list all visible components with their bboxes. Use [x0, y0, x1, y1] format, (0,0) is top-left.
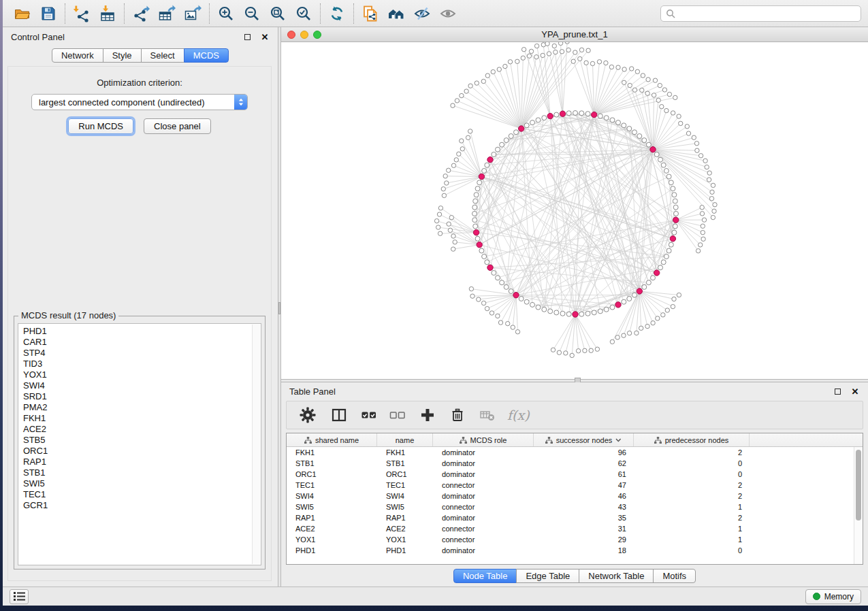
window-minimize-button[interactable] [300, 31, 308, 39]
mcds-result-item[interactable]: SWI4 [23, 380, 261, 391]
network-graph[interactable] [281, 42, 868, 378]
mcds-result-item[interactable]: TID3 [23, 359, 261, 369]
search-input[interactable] [679, 8, 856, 19]
dropdown-stepper-icon [234, 95, 247, 110]
table-cell: connector [433, 501, 534, 512]
table-cell: 18 [534, 545, 634, 556]
run-mcds-button[interactable]: Run MCDS [68, 118, 133, 134]
mcds-result-item[interactable]: TEC1 [23, 489, 261, 500]
mcds-result-item[interactable]: PMA2 [23, 402, 261, 413]
float-panel-button[interactable] [242, 32, 252, 42]
mcds-result-item[interactable]: STB5 [23, 435, 261, 446]
table-cell: ACE2 [377, 523, 433, 534]
table-cell: SWI4 [287, 491, 377, 501]
table-cell: 29 [534, 534, 634, 545]
mcds-result-list: PHD1CAR1STP4TID3YOX1SWI4SRD1PMA2FKH1ACE2… [18, 323, 261, 565]
close-table-panel-button[interactable]: ✕ [850, 386, 860, 396]
unselect-all-columns-button[interactable] [385, 403, 411, 427]
task-history-button[interactable] [10, 589, 29, 604]
column-header-predecessor-nodes[interactable]: predecessor nodes [634, 433, 750, 446]
zoom-out-button[interactable] [239, 2, 265, 25]
window-close-button[interactable] [287, 31, 295, 39]
table-row[interactable]: ORC1ORC1dominator610 [287, 469, 863, 480]
table-toolbar: f(x) [286, 401, 863, 429]
table-row[interactable]: SWI4SWI4dominator462 [287, 491, 863, 501]
table-cell: 35 [534, 512, 634, 523]
table-cell: 2 [634, 447, 750, 458]
criterion-dropdown[interactable]: largest connected component (undirected) [31, 94, 248, 110]
table-cell: connector [433, 480, 534, 491]
first-neighbors-button[interactable] [383, 2, 409, 25]
add-row-button[interactable] [415, 403, 440, 427]
table-settings-button[interactable] [295, 403, 321, 427]
column-header-name[interactable]: name [377, 433, 433, 446]
table-row[interactable]: SWI5SWI5connector431 [287, 501, 863, 512]
mcds-result-item[interactable]: GCR1 [23, 500, 261, 511]
save-icon [39, 5, 57, 22]
open-file-button[interactable] [10, 2, 35, 25]
show-graphics-details-button[interactable] [435, 2, 461, 25]
mcds-result-item[interactable]: PHD1 [23, 326, 261, 337]
mcds-result-item[interactable]: STB1 [23, 467, 261, 478]
mcds-result-item[interactable]: SRD1 [23, 391, 261, 402]
tab-style[interactable]: Style [103, 48, 142, 63]
save-session-button[interactable] [35, 2, 61, 25]
hide-graphics-details-button[interactable] [409, 2, 435, 25]
tab-network[interactable]: Network [52, 48, 103, 63]
refresh-button[interactable] [324, 2, 350, 25]
tab-mcds[interactable]: MCDS [184, 48, 229, 63]
window-zoom-button[interactable] [313, 31, 321, 39]
desktop: Control Panel ✕ NetworkStyleSelectMCDS O… [0, 0, 868, 611]
refresh-icon [328, 5, 346, 22]
export-table-button[interactable] [154, 2, 180, 25]
duplicate-network-button[interactable] [357, 2, 383, 25]
table-row[interactable]: RAP1RAP1dominator352 [287, 512, 863, 523]
mcds-result-item[interactable]: SWI5 [23, 478, 261, 489]
mcds-result-item[interactable]: FKH1 [23, 413, 261, 424]
delete-table-icon [479, 406, 496, 424]
import-table-icon [99, 5, 116, 22]
tab-network-table[interactable]: Network Table [579, 569, 654, 583]
mcds-result-item[interactable]: RAP1 [23, 457, 261, 467]
mcds-result-item[interactable]: ORC1 [23, 446, 261, 457]
tab-edge-table[interactable]: Edge Table [516, 569, 579, 583]
tab-motifs[interactable]: Motifs [653, 569, 696, 583]
export-network-button[interactable] [128, 2, 154, 25]
table-row[interactable]: STB1STB1dominator620 [287, 458, 863, 469]
tab-select[interactable]: Select [141, 48, 184, 63]
network-canvas[interactable] [281, 42, 868, 379]
table-cell: TEC1 [287, 480, 377, 491]
memory-button[interactable]: Memory [805, 589, 861, 604]
table-cell: 1 [634, 501, 750, 512]
float-table-panel-button[interactable] [833, 386, 842, 396]
delete-row-button[interactable] [445, 403, 470, 427]
export-image-button[interactable] [180, 2, 206, 25]
zoom-in-button[interactable] [213, 2, 239, 25]
table-scrollbar[interactable] [854, 447, 863, 564]
mcds-result-item[interactable]: ACE2 [23, 424, 261, 435]
select-all-columns-button[interactable] [356, 403, 382, 427]
mcds-result-item[interactable]: STP4 [23, 348, 261, 359]
splitter-grip[interactable] [278, 302, 280, 314]
column-header-successor-nodes[interactable]: successor nodes [534, 433, 634, 446]
zoom-selected-button[interactable] [291, 2, 317, 25]
table-row[interactable]: ACE2ACE2connector311 [287, 523, 863, 534]
export-network-icon [132, 5, 150, 22]
zoom-fit-button[interactable] [265, 2, 291, 25]
table-row[interactable]: YOX1YOX1connector291 [287, 534, 863, 545]
table-row[interactable]: FKH1FKH1dominator962 [287, 447, 863, 458]
column-header-MCDS-role[interactable]: MCDS role [433, 433, 534, 446]
table-row[interactable]: TEC1TEC1connector472 [287, 480, 863, 491]
column-header-shared-name[interactable]: shared name [287, 433, 377, 446]
list-scroll-lane[interactable] [252, 325, 260, 564]
import-table-button[interactable] [95, 2, 120, 25]
scrollbar-thumb[interactable] [856, 450, 861, 521]
tab-node-table[interactable]: Node Table [453, 569, 517, 583]
close-panel-action-button[interactable]: Close panel [144, 118, 211, 134]
close-panel-button[interactable]: ✕ [260, 32, 270, 42]
show-columns-button[interactable] [326, 403, 352, 427]
mcds-result-item[interactable]: YOX1 [23, 369, 261, 380]
mcds-result-item[interactable]: CAR1 [23, 337, 261, 348]
table-row[interactable]: PHD1PHD1dominator180 [287, 545, 863, 556]
import-network-button[interactable] [69, 2, 95, 25]
